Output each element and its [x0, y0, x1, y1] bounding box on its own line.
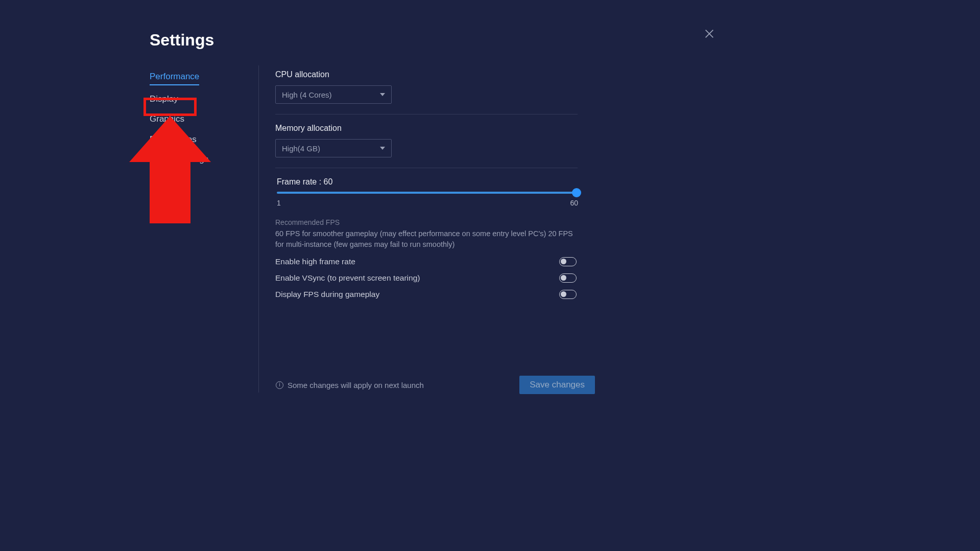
footer-note-text: Some changes will apply on next launch — [288, 381, 424, 389]
page-title: Settings — [150, 31, 743, 50]
slider-thumb[interactable] — [572, 188, 581, 197]
recommended-fps-title: Recommended FPS — [275, 218, 594, 226]
toggle-label-high-frame-rate: Enable high frame rate — [275, 257, 355, 266]
close-button[interactable] — [704, 28, 715, 39]
slider-min-label: 1 — [277, 199, 281, 207]
cpu-allocation-label: CPU allocation — [275, 70, 594, 79]
settings-sidebar: Performance Display Graphics Preferences… — [150, 70, 258, 299]
toggle-vsync[interactable] — [559, 273, 577, 283]
close-icon — [704, 28, 715, 39]
sidebar-item-graphics[interactable]: Graphics — [150, 112, 184, 126]
framerate-slider[interactable] — [277, 192, 577, 194]
memory-allocation-value: High(4 GB) — [282, 144, 320, 153]
toggle-label-display-fps: Display FPS during gameplay — [275, 290, 379, 299]
memory-allocation-label: Memory allocation — [275, 124, 594, 133]
cpu-allocation-select[interactable]: High (4 Cores) — [275, 85, 392, 104]
sidebar-item-performance[interactable]: Performance — [150, 70, 199, 85]
toggle-high-frame-rate[interactable] — [559, 257, 577, 266]
sidebar-item-display[interactable]: Display — [150, 93, 178, 106]
memory-allocation-select[interactable]: High(4 GB) — [275, 139, 392, 157]
vertical-divider — [258, 65, 259, 393]
divider — [275, 168, 578, 168]
sidebar-item-device-settings[interactable]: Device settings — [150, 153, 208, 166]
recommended-fps-text: 60 FPS for smoother gameplay (may effect… — [275, 228, 578, 250]
framerate-label: Frame rate : 60 — [277, 177, 594, 187]
footer-note: i Some changes will apply on next launch — [276, 381, 424, 389]
info-icon: i — [276, 381, 283, 389]
performance-panel: CPU allocation High (4 Cores) Memory all… — [275, 70, 594, 299]
cpu-allocation-value: High (4 Cores) — [282, 90, 332, 99]
chevron-down-icon — [380, 93, 385, 96]
slider-max-label: 60 — [570, 199, 578, 207]
divider — [275, 114, 578, 114]
toggle-label-vsync: Enable VSync (to prevent screen tearing) — [275, 273, 420, 283]
toggle-display-fps[interactable] — [559, 290, 577, 299]
chevron-down-icon — [380, 147, 385, 150]
sidebar-item-preferences[interactable]: Preferences — [150, 133, 197, 146]
save-changes-button[interactable]: Save changes — [519, 376, 595, 394]
